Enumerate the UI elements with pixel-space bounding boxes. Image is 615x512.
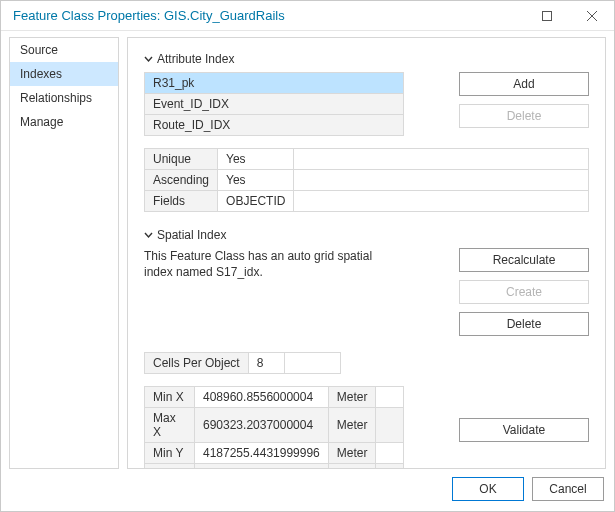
attribute-index-header[interactable]: Attribute Index <box>144 52 589 66</box>
recalculate-button[interactable]: Recalculate <box>459 248 589 272</box>
titlebar: Feature Class Properties: GIS.City_Guard… <box>1 1 614 31</box>
section-title: Spatial Index <box>157 228 226 242</box>
extent-unit: Meter <box>328 443 376 464</box>
spatial-index-header[interactable]: Spatial Index <box>144 228 589 242</box>
sidebar-item-label: Source <box>20 43 58 57</box>
ok-button[interactable]: OK <box>452 477 524 501</box>
sidebar-item-label: Manage <box>20 115 63 129</box>
svg-rect-0 <box>542 11 551 20</box>
extent-label: Min Y <box>145 443 195 464</box>
prop-value-fields: OBJECTID <box>218 191 294 212</box>
chevron-down-icon <box>144 231 153 240</box>
cells-value: 8 <box>248 353 284 374</box>
validate-button[interactable]: Validate <box>459 418 589 442</box>
button-label: Create <box>506 285 542 299</box>
prop-value-ascending: Yes <box>218 170 294 191</box>
window-title: Feature Class Properties: GIS.City_Guard… <box>13 8 285 23</box>
dialog-footer: OK Cancel <box>1 469 614 511</box>
prop-blank <box>294 170 589 191</box>
sidebar-item-relationships[interactable]: Relationships <box>10 86 118 110</box>
sidebar-item-manage[interactable]: Manage <box>10 110 118 134</box>
prop-value-unique: Yes <box>218 149 294 170</box>
cancel-button[interactable]: Cancel <box>532 477 604 501</box>
content-pane: Attribute Index R31_pk Event_ID_IDX Rout… <box>127 37 606 469</box>
section-title: Attribute Index <box>157 52 234 66</box>
delete-index-button: Delete <box>459 104 589 128</box>
extent-unit: Meter <box>328 387 376 408</box>
list-item[interactable]: Route_ID_IDX <box>145 115 404 136</box>
button-label: Add <box>513 77 534 91</box>
maximize-button[interactable] <box>524 1 569 31</box>
cells-blank <box>284 353 340 374</box>
extent-value: 4187255.4431999996 <box>195 443 329 464</box>
extent-value: 408960.8556000004 <box>195 387 329 408</box>
extent-label: Min X <box>145 387 195 408</box>
sidebar-item-label: Indexes <box>20 67 62 81</box>
button-label: Delete <box>507 317 542 331</box>
close-button[interactable] <box>569 1 614 31</box>
prop-label-ascending: Ascending <box>145 170 218 191</box>
extent-value: 4624284.305 <box>195 464 329 470</box>
button-label: OK <box>479 482 496 496</box>
extent-value: 690323.2037000004 <box>195 408 329 443</box>
dialog-window: Feature Class Properties: GIS.City_Guard… <box>0 0 615 512</box>
cells-per-object-table: Cells Per Object 8 <box>144 352 341 374</box>
extent-label: Max X <box>145 408 195 443</box>
create-spatial-button: Create <box>459 280 589 304</box>
sidebar-item-label: Relationships <box>20 91 92 105</box>
extent-unit: Meter <box>328 464 376 470</box>
table-row: Max Y 4624284.305 Meter <box>145 464 404 470</box>
attribute-index-list: R31_pk Event_ID_IDX Route_ID_IDX <box>144 72 404 136</box>
button-label: Validate <box>503 423 545 437</box>
prop-blank <box>294 191 589 212</box>
list-item-label: Route_ID_IDX <box>145 115 404 136</box>
table-row: Min X 408960.8556000004 Meter <box>145 387 404 408</box>
sidebar-item-indexes[interactable]: Indexes <box>10 62 118 86</box>
extent-unit: Meter <box>328 408 376 443</box>
extent-table: Min X 408960.8556000004 Meter Max X 6903… <box>144 386 404 469</box>
sidebar-item-source[interactable]: Source <box>10 38 118 62</box>
dialog-body: Source Indexes Relationships Manage Attr… <box>1 31 614 469</box>
attribute-index-properties: Unique Yes Ascending Yes Fields OBJECTID <box>144 148 589 212</box>
button-label: Delete <box>507 109 542 123</box>
spatial-index-description: This Feature Class has an auto grid spat… <box>144 248 404 280</box>
prop-label-unique: Unique <box>145 149 218 170</box>
list-item[interactable]: R31_pk <box>145 73 404 94</box>
list-item[interactable]: Event_ID_IDX <box>145 94 404 115</box>
delete-spatial-button[interactable]: Delete <box>459 312 589 336</box>
cells-label: Cells Per Object <box>145 353 249 374</box>
add-index-button[interactable]: Add <box>459 72 589 96</box>
table-row: Min Y 4187255.4431999996 Meter <box>145 443 404 464</box>
extent-blank <box>376 464 404 470</box>
close-icon <box>587 11 597 21</box>
button-label: Cancel <box>549 482 586 496</box>
prop-label-fields: Fields <box>145 191 218 212</box>
extent-blank <box>376 408 404 443</box>
chevron-down-icon <box>144 55 153 64</box>
table-row: Max X 690323.2037000004 Meter <box>145 408 404 443</box>
maximize-icon <box>542 11 552 21</box>
list-item-label: R31_pk <box>145 73 404 94</box>
extent-blank <box>376 387 404 408</box>
extent-label: Max Y <box>145 464 195 470</box>
sidebar: Source Indexes Relationships Manage <box>9 37 119 469</box>
button-label: Recalculate <box>493 253 556 267</box>
extent-blank <box>376 443 404 464</box>
prop-blank <box>294 149 589 170</box>
list-item-label: Event_ID_IDX <box>145 94 404 115</box>
